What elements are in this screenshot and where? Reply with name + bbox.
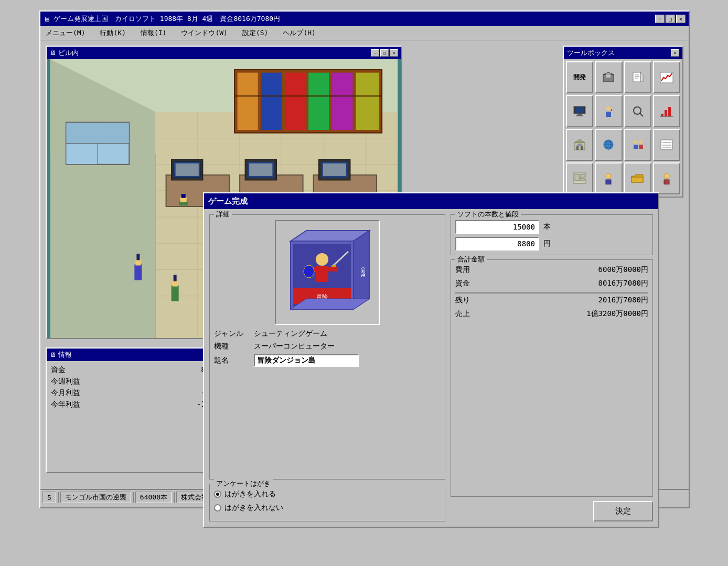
questionnaire-label: アンケートはがき: [214, 479, 273, 488]
toolbox-close-btn[interactable]: ×: [671, 49, 679, 57]
svg-marker-86: [574, 139, 585, 143]
svg-rect-74: [577, 114, 582, 115]
platform-row: 機種 スーパーコンピューター: [214, 342, 441, 351]
total-group-label: 合計金額: [455, 255, 487, 264]
svg-rect-111: [631, 177, 643, 182]
dialog-right-panel: ソフトの本数と値段 本 円 合計金額: [451, 214, 653, 521]
main-window-controls: － □ ×: [655, 15, 686, 23]
radio-btn-1[interactable]: [214, 504, 221, 511]
svg-rect-109: [606, 180, 611, 184]
svg-rect-88: [581, 146, 583, 150]
tool-btn-monitor[interactable]: [566, 95, 593, 127]
svg-rect-77: [606, 112, 611, 117]
tool-btn-person[interactable]: [595, 95, 622, 127]
total-value-2: 2016万7080円: [598, 296, 648, 305]
tool-btn-char2[interactable]: [653, 162, 680, 194]
content-area: 🖥 ビル内 － □ ×: [40, 40, 689, 505]
tool-btn-develop[interactable]: 開発: [566, 61, 593, 93]
price-input[interactable]: [455, 237, 539, 251]
building-close-btn[interactable]: ×: [390, 49, 398, 57]
radio-row-0[interactable]: はがきを入れる: [214, 489, 441, 499]
building-icon: 🖥: [50, 49, 56, 57]
tool-btn-box[interactable]: [595, 61, 622, 93]
svg-rect-87: [576, 146, 579, 150]
info-window: 🖥 情報 資金 8016 今週利益 今月利益 -272 今年利益: [46, 347, 224, 473]
svg-point-98: [639, 140, 643, 144]
genre-label: ジャンル: [214, 329, 245, 339]
tool-btn-char1[interactable]: [595, 162, 622, 194]
dialog-body: 詳細: [204, 209, 658, 527]
svg-rect-22: [284, 72, 305, 130]
tool-btn-building[interactable]: [566, 129, 593, 161]
svg-line-80: [640, 113, 643, 116]
tool-btn-list[interactable]: [653, 129, 680, 161]
svg-rect-106: [580, 175, 584, 177]
menu-item-4[interactable]: 設定(S): [240, 28, 270, 38]
total-row-1: 資金 8016万7080円: [455, 279, 648, 288]
svg-rect-56: [136, 254, 140, 260]
count-input-row: 本: [455, 220, 648, 234]
radio-btn-0[interactable]: [214, 491, 221, 498]
svg-rect-54: [134, 264, 142, 280]
svg-point-124: [304, 265, 314, 278]
genre-value: シューティングゲーム: [254, 329, 327, 339]
decide-button[interactable]: 決定: [593, 501, 653, 521]
svg-marker-64: [603, 72, 614, 74]
info-label-2: 今月利益: [51, 388, 80, 398]
dialog-title-text: ゲーム完成: [208, 197, 248, 206]
radio-label-1: はがきを入れない: [224, 503, 283, 513]
status-item-2: 64000本: [135, 492, 172, 503]
svg-rect-97: [634, 145, 638, 149]
total-label-0: 費用: [455, 265, 497, 275]
total-label-2: 残り: [455, 296, 497, 305]
platform-value: スーパーコンピューター: [254, 342, 335, 351]
main-close-btn[interactable]: ×: [676, 15, 686, 23]
info-label-0: 資金: [51, 365, 66, 375]
main-window-title: ゲーム発展途上国 カイロソフト 1988年 8月 4週 資金8016万7080円: [53, 14, 280, 24]
menu-item-0[interactable]: メニュー(M): [44, 28, 87, 38]
info-label-3: 今年利益: [51, 400, 80, 409]
svg-point-96: [634, 140, 637, 144]
svg-rect-53: [174, 275, 177, 281]
count-input[interactable]: [455, 220, 539, 234]
price-input-row: 円: [455, 237, 648, 251]
building-maximize-btn[interactable]: □: [380, 49, 389, 57]
main-minimize-btn[interactable]: －: [655, 15, 665, 23]
tool-btn-bar-chart[interactable]: [653, 95, 680, 127]
svg-rect-41: [181, 194, 186, 198]
tool-btn-people[interactable]: [624, 129, 651, 161]
svg-rect-82: [665, 110, 667, 116]
tool-btn-document[interactable]: [624, 61, 651, 93]
radio-row-1[interactable]: はがきを入れない: [214, 503, 441, 513]
game-title-input[interactable]: [254, 354, 359, 367]
menu-item-1[interactable]: 行動(K): [98, 28, 127, 38]
main-maximize-btn[interactable]: □: [666, 15, 675, 23]
building-minimize-btn[interactable]: －: [371, 49, 379, 57]
svg-rect-81: [661, 114, 663, 116]
status-divider-0: [58, 492, 59, 503]
radio-label-0: はがきを入れる: [224, 489, 276, 499]
total-value-3: 1億3200万0000円: [586, 309, 648, 319]
svg-rect-83: [668, 107, 671, 116]
svg-rect-65: [606, 74, 611, 78]
svg-rect-99: [639, 145, 643, 149]
main-window-icon: 🖥: [44, 15, 50, 23]
game-image-container: 冒険 GAME: [275, 220, 380, 325]
svg-rect-18: [66, 122, 129, 143]
tool-btn-chart[interactable]: [653, 61, 680, 93]
total-row-2: 残り 2016万7080円: [455, 296, 648, 305]
tool-btn-folder[interactable]: [624, 162, 651, 194]
menu-item-5[interactable]: ヘルプ(H): [281, 28, 317, 38]
menu-item-2[interactable]: 情報(I): [138, 28, 168, 38]
tool-btn-search[interactable]: [624, 95, 651, 127]
menu-bar: メニュー(M) 行動(K) 情報(I) ウインドウ(W) 設定(S) ヘルプ(H…: [40, 26, 689, 40]
tool-btn-world[interactable]: [595, 129, 622, 161]
tool-btn-gear[interactable]: [566, 162, 593, 194]
menu-item-3[interactable]: ウインドウ(W): [179, 28, 229, 38]
genre-row: ジャンル シューティングゲーム: [214, 329, 441, 339]
svg-rect-20: [237, 72, 258, 130]
info-title-bar: 🖥 情報: [47, 349, 223, 361]
svg-rect-38: [323, 164, 346, 176]
svg-rect-25: [356, 72, 379, 130]
svg-rect-121: [327, 267, 338, 271]
